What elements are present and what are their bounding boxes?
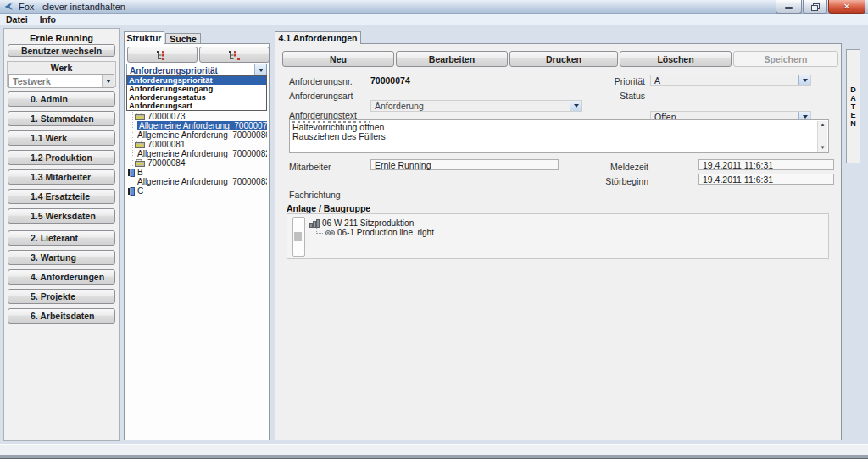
tree-group-b[interactable]: B	[126, 168, 267, 177]
tree-row[interactable]: Allgemeine Anforderung 70000083	[126, 177, 267, 186]
tree-row-selected[interactable]: Allgemeine Anforderung 70000074	[126, 121, 267, 130]
tree-collapse-icon	[156, 50, 170, 60]
structure-tree-panel: Anforderungspriorität Anforderungspriori…	[124, 43, 270, 440]
chevron-down-icon[interactable]	[102, 75, 114, 87]
menu-info[interactable]: Info	[34, 14, 62, 25]
sidebar-item-werksdaten[interactable]: 1.5 Werksdaten	[8, 208, 115, 224]
dropdown-option-eingang[interactable]: Anforderungseingang	[127, 85, 266, 93]
sidebar-item-admin[interactable]: 0. Admin	[8, 91, 115, 107]
werk-group: Werk Testwerk	[7, 61, 116, 87]
anforderungsart-select[interactable]: Anforderung	[370, 100, 582, 112]
factory-icon	[309, 219, 320, 228]
sidebar-item-arbeitsdaten[interactable]: 6. Arbeitsdaten	[8, 308, 115, 324]
switch-user-button[interactable]: Benutzer wechseln	[8, 44, 115, 57]
tree-connector	[316, 228, 323, 234]
bearbeiten-button[interactable]: Bearbeiten	[396, 51, 508, 67]
textarea-scrollbar[interactable]: ▲ ▼	[817, 121, 827, 152]
priority-icon	[128, 187, 135, 196]
sidebar-item-mitarbeiter[interactable]: 1.3 Mitarbeiter	[8, 169, 115, 185]
sidebar: Ernie Running Benutzer wechseln Werk Tes…	[3, 28, 120, 441]
anlage-parent-row[interactable]: 06 W 211 Sitzproduktion	[309, 218, 414, 228]
requirements-tree: 70000073 Allgemeine Anforderung 70000074…	[126, 112, 267, 438]
chevron-down-icon[interactable]	[570, 101, 581, 111]
sidebar-item-anforderungen[interactable]: 4. Anforderungen	[8, 269, 115, 285]
anlage-scrollbar[interactable]	[292, 217, 305, 257]
anforderungsart-value: Anforderung	[375, 101, 424, 111]
tab-anforderungen[interactable]: 4.1 Anforderungen	[275, 31, 361, 44]
close-button[interactable]: ✕	[828, 0, 865, 14]
meldezeit-field[interactable]: 19.4.2011 11:6:31	[698, 159, 834, 170]
sidebar-item-ersatzteile[interactable]: 1.4 Ersatzteile	[8, 189, 115, 204]
sidebar-item-stammdaten[interactable]: 1. Stammdaten	[8, 111, 115, 126]
scroll-down-icon[interactable]: ▼	[818, 144, 827, 152]
window-controls: ✕	[775, 0, 865, 13]
collapse-tree-button[interactable]	[127, 47, 198, 63]
speichern-button: Speichern	[733, 51, 838, 67]
werk-selected-value: Testwerk	[13, 76, 51, 86]
drucken-button[interactable]: Drucken	[509, 51, 618, 67]
menu-bar: Datei Info	[0, 14, 868, 25]
request-icon	[135, 159, 145, 167]
dropdown-option-prioritaet[interactable]: Anforderungspriorität	[127, 76, 266, 85]
anlage-child-label: 06-1 Production line right	[337, 228, 434, 237]
anlage-tree-box: 06 W 211 Sitzproduktion 06-1 Production …	[287, 213, 829, 259]
neu-button[interactable]: Neu	[282, 51, 394, 67]
window-bottom-edge	[0, 455, 868, 459]
current-user-label: Ernie Running	[4, 33, 119, 43]
title-bar: Fox - clever instandhalten ✕	[0, 0, 868, 14]
window-title: Fox - clever instandhalten	[19, 2, 125, 12]
daten-side-tab[interactable]: DATEN	[846, 49, 860, 163]
chevron-down-icon[interactable]	[798, 75, 810, 85]
werk-select[interactable]: Testwerk	[8, 74, 114, 88]
menu-datei[interactable]: Datei	[0, 14, 34, 25]
tree-expand-icon	[228, 50, 242, 60]
restore-button[interactable]	[803, 0, 827, 14]
tree-row[interactable]: 70000084	[126, 158, 267, 168]
status-bar	[0, 444, 868, 455]
expand-tree-button[interactable]	[199, 47, 270, 63]
minimize-button[interactable]	[776, 0, 802, 14]
sidebar-item-produktion[interactable]: 1.2 Produktion	[8, 150, 115, 165]
anforderungstext-line2: Rausziehen des Füllers	[290, 132, 828, 141]
anforderungsart-label: Anforderungsart	[289, 91, 353, 101]
dropdown-option-status[interactable]: Anforderungsstatus	[127, 93, 266, 102]
scroll-up-icon[interactable]: ▲	[818, 121, 827, 129]
scrollbar-thumb[interactable]	[294, 232, 302, 241]
tree-row[interactable]: Allgemeine Anforderung 70000082	[126, 149, 267, 158]
dropdown-option-art[interactable]: Anforderungsart	[127, 102, 266, 110]
daten-tab-label: DATEN	[849, 86, 857, 128]
stoerbeginn-field[interactable]: 19.4.2011 11:6:31	[698, 174, 834, 185]
tree-row[interactable]: Allgemeine Anforderung 70000080	[126, 130, 267, 140]
werk-label: Werk	[8, 63, 115, 73]
tab-struktur[interactable]: Struktur	[124, 31, 164, 44]
sidebar-item-lieferant[interactable]: 2. Lieferant	[8, 230, 115, 246]
anlage-parent-label: 06 W 211 Sitzproduktion	[322, 218, 414, 228]
chevron-down-icon[interactable]	[254, 64, 266, 76]
mitarbeiter-field[interactable]: Ernie Running	[370, 159, 559, 170]
meldezeit-label: Meldezeit	[581, 162, 648, 172]
status-label: Status	[581, 91, 645, 101]
gears-icon	[326, 230, 335, 236]
request-icon	[135, 141, 145, 148]
sidebar-item-projekte[interactable]: 5. Projekte	[8, 289, 115, 304]
anlage-child-row[interactable]: 06-1 Production line right	[316, 228, 434, 237]
anforderungsnr-value: 70000074	[370, 75, 410, 86]
anforderungstext-textarea[interactable]: Haltevorrichtung öffnen Rausziehen des F…	[289, 119, 829, 153]
tree-row[interactable]: 70000073	[126, 112, 267, 121]
tree-group-c[interactable]: C	[126, 186, 267, 196]
anforderungsnr-label: Anforderungsnr.	[289, 76, 353, 86]
app-icon	[4, 2, 14, 11]
prioritaet-select[interactable]: A	[650, 75, 811, 86]
sidebar-item-wartung[interactable]: 3. Wartung	[8, 250, 115, 265]
fachrichtung-label: Fachrichtung	[289, 190, 341, 200]
tree-guide-line	[132, 112, 133, 168]
requirements-form-panel: Neu Bearbeiten Drucken Löschen Speichern…	[275, 43, 842, 440]
sidebar-item-werk[interactable]: 1.1 Werk	[8, 130, 115, 146]
stoerbeginn-label: Störbeginn	[581, 176, 648, 186]
prioritaet-value: A	[654, 75, 660, 86]
tree-filter-value: Anforderungspriorität	[130, 66, 218, 75]
tree-row[interactable]: 70000081	[126, 140, 267, 149]
loeschen-button[interactable]: Löschen	[620, 51, 732, 67]
tree-filter-dropdown-list: Anforderungspriorität Anforderungseingan…	[126, 75, 267, 111]
request-icon	[135, 113, 145, 120]
